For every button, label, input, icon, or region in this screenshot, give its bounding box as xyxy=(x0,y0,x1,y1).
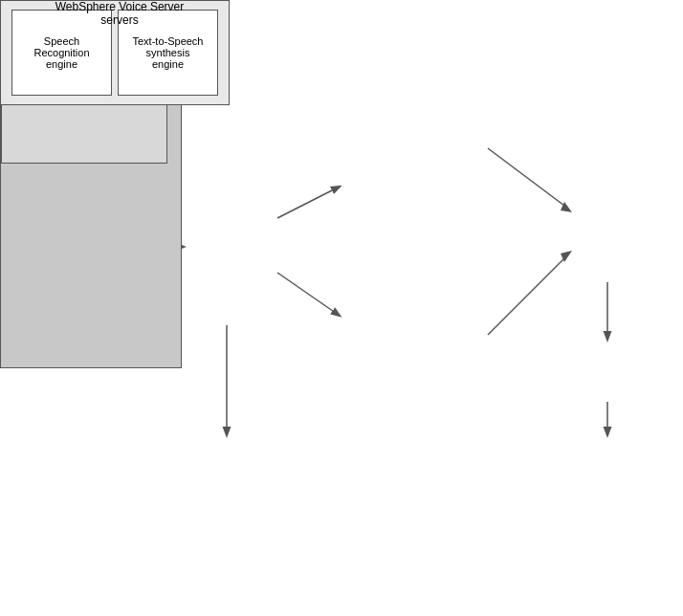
svg-line-8 xyxy=(488,258,564,335)
svg-line-5 xyxy=(277,273,340,316)
wvs-servers-label: WebSphere Voice Serverservers xyxy=(0,0,239,27)
architecture-diagram: PSTN Java and VoiceXMLEnvironment WebSph… xyxy=(0,0,683,616)
svg-marker-9 xyxy=(561,251,572,262)
tts-label: Text-to-Speechsynthesisengine xyxy=(133,35,204,70)
speech-recognition-label: SpeechRecognitionengine xyxy=(33,35,89,70)
svg-line-4 xyxy=(277,187,340,218)
svg-line-6 xyxy=(488,148,564,206)
svg-marker-7 xyxy=(561,202,572,212)
